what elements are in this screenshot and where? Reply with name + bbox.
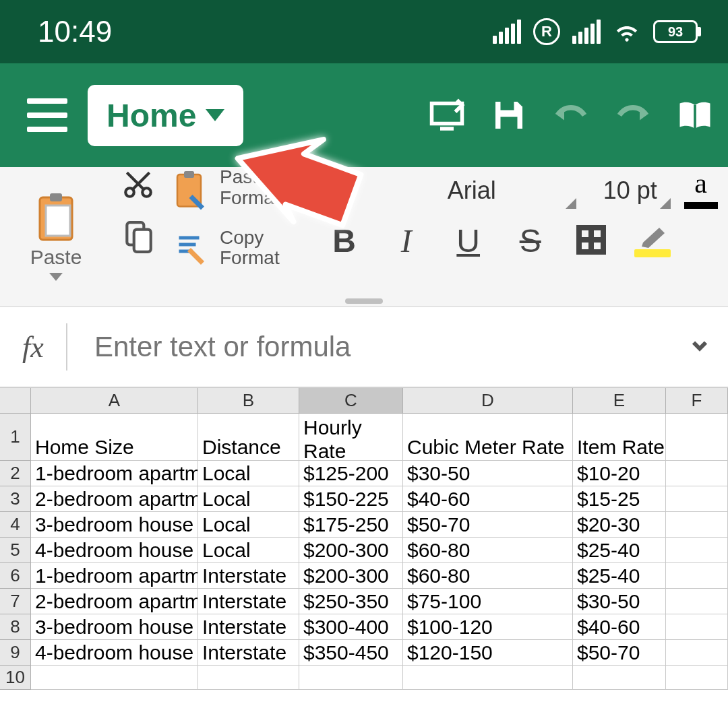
cell[interactable]: Distance: [198, 414, 299, 461]
cell[interactable]: Local: [198, 512, 299, 538]
column-header-D[interactable]: D: [403, 388, 573, 414]
cell[interactable]: 3-bedroom house: [31, 614, 198, 640]
cell[interactable]: Local: [198, 461, 299, 486]
row-header[interactable]: 10: [0, 666, 31, 690]
italic-button[interactable]: I: [389, 222, 424, 259]
cell[interactable]: [666, 538, 728, 563]
cell[interactable]: $25-40: [573, 538, 666, 563]
cell[interactable]: $60-80: [403, 563, 573, 589]
bold-button[interactable]: B: [327, 222, 362, 259]
cell[interactable]: $75-100: [403, 589, 573, 614]
cell[interactable]: Home Size: [31, 414, 198, 461]
cell[interactable]: $300-400: [299, 614, 403, 640]
cell[interactable]: Interstate: [198, 640, 299, 666]
copy-format-button[interactable]: CopyFormat: [174, 228, 280, 269]
cell[interactable]: 2-bedroom apartment: [31, 486, 198, 512]
cell[interactable]: [666, 461, 728, 486]
undo-button[interactable]: [550, 94, 592, 136]
row-header[interactable]: 2: [0, 461, 31, 486]
cell[interactable]: Cubic Meter Rate: [403, 414, 573, 461]
column-header-F[interactable]: F: [666, 388, 728, 414]
cell[interactable]: $20-30: [573, 512, 666, 538]
cell[interactable]: [198, 666, 299, 690]
cell[interactable]: $25-40: [573, 563, 666, 589]
cell[interactable]: [666, 589, 728, 614]
cell[interactable]: $15-25: [573, 486, 666, 512]
cell[interactable]: $175-250: [299, 512, 403, 538]
cell[interactable]: $50-70: [573, 640, 666, 666]
cell[interactable]: 2-bedroom apartment: [31, 589, 198, 614]
cell[interactable]: 4-bedroom house: [31, 640, 198, 666]
paste-button[interactable]: Paste: [12, 193, 100, 281]
cell[interactable]: 1-bedroom apartment: [31, 563, 198, 589]
underline-button[interactable]: U: [451, 222, 486, 259]
cell[interactable]: $150-225: [299, 486, 403, 512]
font-size-selector[interactable]: 10 pt: [590, 172, 671, 209]
redo-button[interactable]: [612, 94, 654, 136]
copy-button[interactable]: [121, 220, 155, 253]
cell[interactable]: $40-60: [403, 486, 573, 512]
strikethrough-button[interactable]: S: [513, 222, 548, 259]
row-header[interactable]: 1: [0, 414, 31, 461]
cell[interactable]: $40-60: [573, 614, 666, 640]
cell[interactable]: Interstate: [198, 614, 299, 640]
column-header-E[interactable]: E: [573, 388, 666, 414]
cut-button[interactable]: [121, 167, 155, 201]
cell[interactable]: Interstate: [198, 563, 299, 589]
formula-input[interactable]: [67, 331, 688, 363]
save-button[interactable]: [488, 94, 530, 136]
cell[interactable]: $30-50: [403, 461, 573, 486]
row-header[interactable]: 6: [0, 563, 31, 589]
highlight-button[interactable]: [634, 225, 671, 257]
row-header[interactable]: 8: [0, 614, 31, 640]
ribbon-tab-dropdown[interactable]: Home: [88, 85, 243, 146]
menu-button[interactable]: [27, 98, 67, 132]
cell[interactable]: [573, 666, 666, 690]
cell[interactable]: [666, 414, 728, 461]
font-name-selector[interactable]: Arial: [367, 172, 576, 209]
cell[interactable]: $30-50: [573, 589, 666, 614]
cell[interactable]: Item Rate: [573, 414, 666, 461]
cell[interactable]: $200-300: [299, 563, 403, 589]
borders-button[interactable]: [575, 224, 607, 259]
cell[interactable]: $350-450: [299, 640, 403, 666]
column-header-A[interactable]: A: [31, 388, 198, 414]
cell[interactable]: $60-80: [403, 538, 573, 563]
row-header[interactable]: 7: [0, 589, 31, 614]
cell[interactable]: 4-bedroom house: [31, 538, 198, 563]
cell[interactable]: [666, 486, 728, 512]
column-header-C[interactable]: C: [299, 388, 403, 414]
cell[interactable]: [403, 666, 573, 690]
cell[interactable]: $200-300: [299, 538, 403, 563]
cell[interactable]: [31, 666, 198, 690]
cell[interactable]: Interstate: [198, 589, 299, 614]
cell[interactable]: 3-bedroom house: [31, 512, 198, 538]
cell[interactable]: $10-20: [573, 461, 666, 486]
cell[interactable]: [666, 666, 728, 690]
cell[interactable]: $50-70: [403, 512, 573, 538]
cell[interactable]: 1-bedroom apartment: [31, 461, 198, 486]
row-header[interactable]: 5: [0, 538, 31, 563]
cell[interactable]: $125-200: [299, 461, 403, 486]
ribbon-drag-handle[interactable]: [345, 298, 383, 304]
row-header[interactable]: 9: [0, 640, 31, 666]
expand-formula-button[interactable]: [688, 333, 728, 360]
cell[interactable]: [299, 666, 403, 690]
cell[interactable]: Local: [198, 538, 299, 563]
cell[interactable]: $100-120: [403, 614, 573, 640]
text-color-button[interactable]: a: [684, 167, 718, 209]
select-all-corner[interactable]: [0, 388, 31, 414]
row-header[interactable]: 4: [0, 512, 31, 538]
paste-format-button[interactable]: PasteFormat: [174, 167, 280, 209]
cell[interactable]: [666, 512, 728, 538]
reading-mode-button[interactable]: [674, 94, 716, 136]
cell[interactable]: $250-350: [299, 589, 403, 614]
cell[interactable]: [666, 563, 728, 589]
column-header-B[interactable]: B: [198, 388, 299, 414]
cell[interactable]: Local: [198, 486, 299, 512]
row-header[interactable]: 3: [0, 486, 31, 512]
cell[interactable]: $120-150: [403, 640, 573, 666]
cell[interactable]: Hourly Rate: [299, 414, 403, 461]
cell[interactable]: [666, 640, 728, 666]
present-mode-button[interactable]: [426, 94, 468, 136]
